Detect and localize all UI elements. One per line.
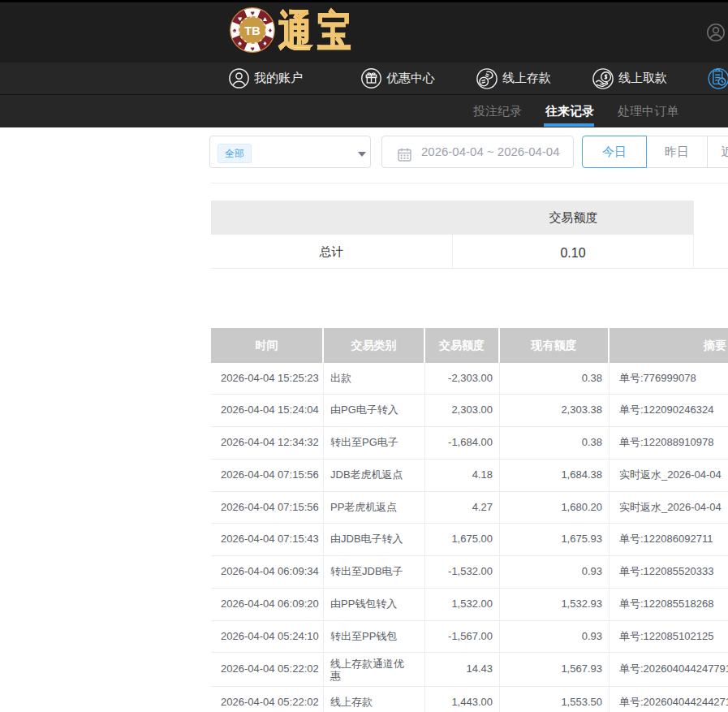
svg-text:TB: TB (244, 24, 260, 37)
svg-text:♥: ♥ (238, 15, 242, 23)
svg-text:♦: ♦ (269, 26, 273, 34)
svg-text:♠: ♠ (233, 26, 237, 34)
svg-text:♥: ♥ (250, 9, 254, 17)
svg-text:♠: ♠ (238, 39, 242, 47)
svg-text:♥: ♥ (250, 45, 254, 53)
svg-text:♦: ♦ (263, 39, 267, 47)
